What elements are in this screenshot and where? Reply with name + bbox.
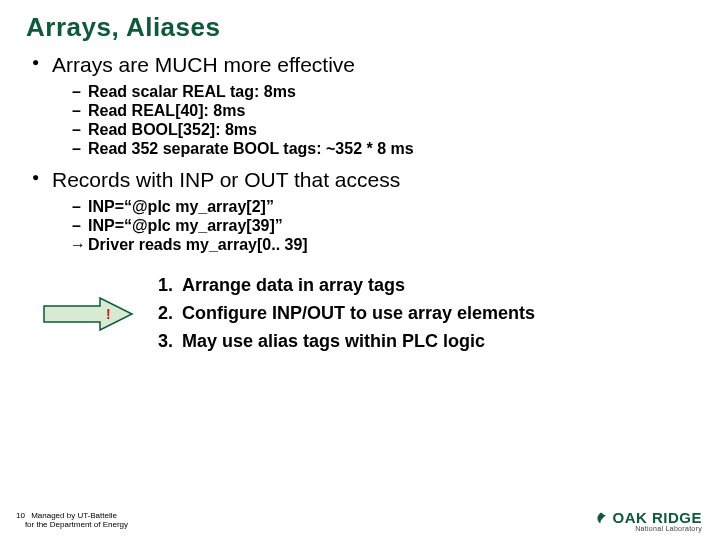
sub-item: Driver reads my_array[0.. 39] [72, 236, 696, 254]
step-item: May use alias tags within PLC logic [178, 331, 696, 352]
slide: Arrays, Aliases Arrays are MUCH more eff… [0, 0, 720, 540]
footer-line1: Managed by UT-Battelle [31, 511, 117, 520]
page-number: 10 [16, 511, 25, 521]
steps-block: ! Arrange data in array tags Configure I… [24, 268, 696, 359]
bullet-list: Arrays are MUCH more effective Read scal… [24, 53, 696, 254]
bullet-text: Records with INP or OUT that access [52, 168, 400, 191]
svg-marker-0 [44, 298, 132, 330]
steps-list: Arrange data in array tags Configure INP… [152, 275, 696, 352]
logo-brand-text: OAK RIDGE [612, 509, 702, 526]
sub-item: INP=“@plc my_array[39]” [72, 217, 696, 235]
bullet-item: Arrays are MUCH more effective Read scal… [30, 53, 696, 158]
slide-title: Arrays, Aliases [26, 12, 696, 43]
sub-item: Read 352 separate BOOL tags: ~352 * 8 ms [72, 140, 696, 158]
logo-brand: OAK RIDGE [594, 509, 702, 526]
logo: OAK RIDGE National Laboratory [594, 509, 702, 532]
sub-list: Read scalar REAL tag: 8ms Read REAL[40]:… [52, 83, 696, 158]
right-arrow-icon: ! [42, 296, 134, 332]
step-item: Arrange data in array tags [178, 275, 696, 296]
footer: 10 Managed by UT-Battelle for the Depart… [16, 511, 128, 530]
leaf-icon [594, 511, 608, 525]
bullet-item: Records with INP or OUT that access INP=… [30, 168, 696, 254]
step-item: Configure INP/OUT to use array elements [178, 303, 696, 324]
sub-item: Read BOOL[352]: 8ms [72, 121, 696, 139]
footer-line2: for the Department of Energy [25, 520, 128, 529]
callout-arrow: ! [24, 296, 152, 332]
logo-sub: National Laboratory [594, 525, 702, 532]
callout-label: ! [106, 306, 111, 322]
steps-column: Arrange data in array tags Configure INP… [152, 268, 696, 359]
sub-item: Read REAL[40]: 8ms [72, 102, 696, 120]
sub-item: Read scalar REAL tag: 8ms [72, 83, 696, 101]
sub-item: INP=“@plc my_array[2]” [72, 198, 696, 216]
sub-list: INP=“@plc my_array[2]” INP=“@plc my_arra… [52, 198, 696, 254]
bullet-text: Arrays are MUCH more effective [52, 53, 355, 76]
